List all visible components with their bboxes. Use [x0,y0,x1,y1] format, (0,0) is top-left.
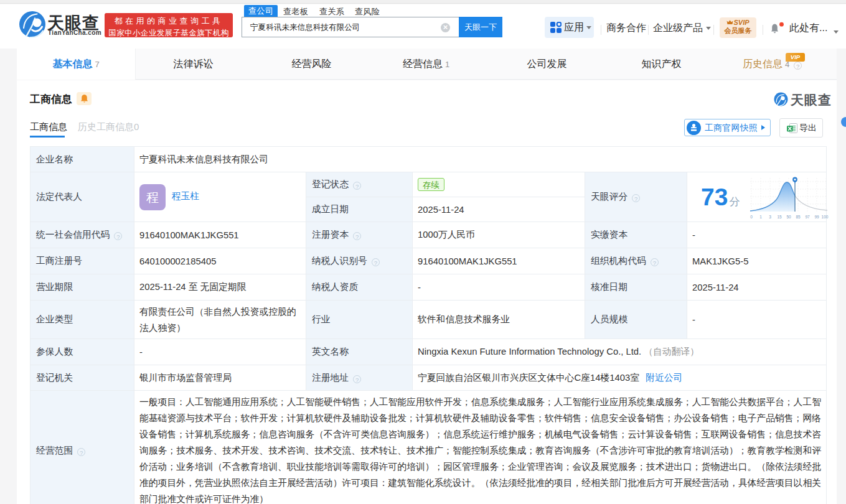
svg-text:97: 97 [805,215,810,219]
svg-text:0: 0 [750,215,753,219]
svg-text:1: 1 [759,215,762,219]
svg-text:15: 15 [777,215,782,219]
svg-text:100: 100 [822,215,829,219]
svg-text:85: 85 [796,215,801,219]
svg-text:50: 50 [786,215,791,219]
svg-text:99: 99 [814,215,819,219]
svg-text:3: 3 [769,215,771,219]
